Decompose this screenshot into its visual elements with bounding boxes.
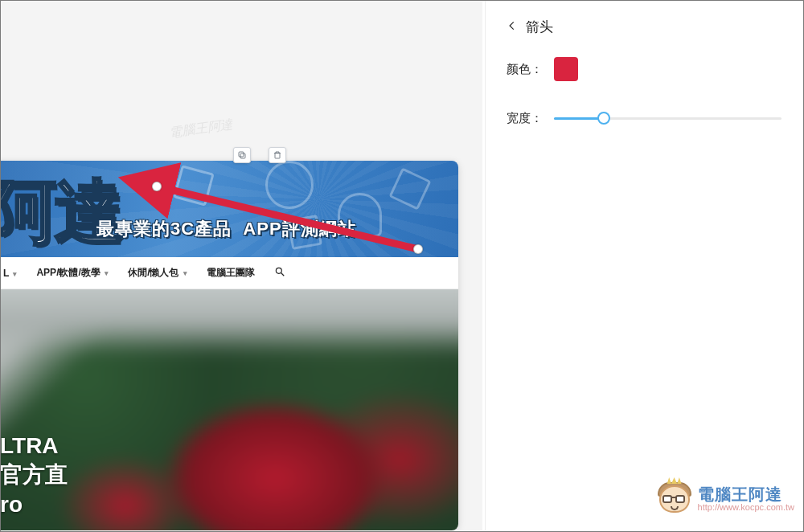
search-icon: [274, 266, 285, 280]
width-slider[interactable]: [554, 110, 781, 126]
width-label: 宽度：: [507, 111, 543, 126]
duplicate-button[interactable]: [233, 147, 251, 163]
color-label: 颜色：: [507, 62, 543, 77]
editor-canvas[interactable]: 電腦王阿達 電腦王阿達 阿達 最專業的3C產品 APP評測網站 L ▾ APP/…: [0, 0, 482, 530]
article-hero: LTRA 官方直 ro: [0, 289, 458, 530]
mascot-icon: [656, 481, 693, 518]
svg-rect-6: [275, 153, 280, 159]
svg-line-1: [281, 273, 285, 276]
watermark-url: http://www.kocpc.com.tw: [698, 503, 794, 513]
banner-subtitle: 最專業的3C產品 APP評測網站: [96, 217, 356, 241]
arrow-handle-end[interactable]: [152, 182, 162, 191]
banner-title: 阿達: [0, 166, 122, 257]
back-button[interactable]: [507, 19, 518, 35]
delete-button[interactable]: [269, 147, 286, 163]
source-watermark: 電腦王阿達 http://www.kocpc.com.tw: [656, 481, 794, 518]
hero-headline-fragment: LTRA 官方直 ro: [0, 432, 68, 519]
watermark-title: 電腦王阿達: [698, 486, 794, 503]
arrow-handle-start[interactable]: [413, 244, 423, 254]
nav-item-trunc: L ▾: [3, 268, 17, 279]
screenshot-content: 阿達 最專業的3C產品 APP評測網站 L ▾ APP/軟體/教學 ▾ 休閒/懶…: [0, 161, 458, 530]
nav-item-leisure: 休閒/懶人包 ▾: [128, 266, 187, 280]
site-nav: L ▾ APP/軟體/教學 ▾ 休閒/懶人包 ▾ 電腦王團隊: [0, 257, 458, 289]
properties-panel: 箭头 颜色： 宽度：: [485, 0, 802, 530]
site-banner: 阿達 最專業的3C產品 APP評測網站: [0, 161, 458, 257]
svg-point-0: [276, 268, 281, 273]
bg-watermark: 電腦王阿達: [168, 117, 234, 142]
nav-item-apps: APP/軟體/教學 ▾: [36, 266, 109, 280]
color-swatch[interactable]: [554, 57, 578, 81]
svg-rect-5: [239, 152, 244, 157]
svg-rect-4: [240, 153, 245, 158]
panel-title: 箭头: [526, 18, 553, 36]
nav-item-team: 電腦王團隊: [207, 266, 255, 280]
